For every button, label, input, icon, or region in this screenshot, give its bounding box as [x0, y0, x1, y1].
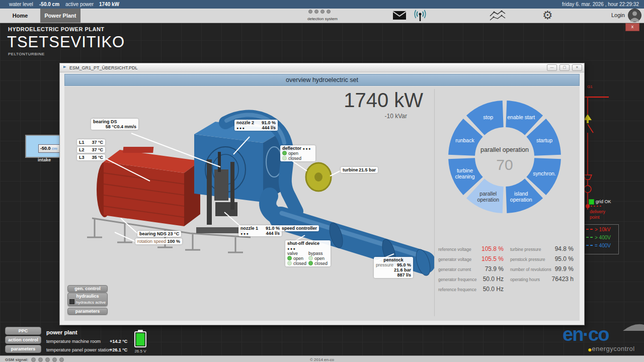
parameters-button-bottom[interactable]: parameters: [5, 345, 41, 353]
bypass-closed-led: [308, 261, 313, 265]
top-info-bar: water level -50.0 cm active power 1740 k…: [0, 0, 644, 9]
table-row: number of revolutions99.9 %: [510, 265, 574, 272]
deflector-label: deflector ●●● open closed: [280, 145, 315, 161]
divider: [434, 89, 435, 316]
pie-segment-label: turbinecleaning: [455, 167, 474, 179]
generator-body: [97, 147, 200, 226]
window-content: 1740 kW -10 kVar parallel operation 70 e…: [64, 86, 580, 321]
turbine-type-label: PELTONTURBINE: [8, 52, 45, 56]
reactive-power-display: -10 kVar: [323, 113, 407, 120]
scada-screen: water level -50.0 cm active power 1740 k…: [0, 0, 644, 362]
intake-value: -50.0: [39, 146, 51, 151]
close-page-button[interactable]: x: [625, 23, 639, 31]
battery-icon: [134, 330, 147, 348]
deflector-status-dots: ●●●: [303, 147, 311, 150]
bypass-open-led: [308, 256, 313, 260]
speed-controller-label: speed controller: [280, 225, 319, 231]
table-row: penstock pressure95.0 %: [510, 255, 574, 262]
operation-mode-pie-menu: parallel operation 70 enable startstartu…: [442, 98, 569, 219]
tab-home[interactable]: Home: [0, 9, 41, 23]
grid-ok-led: [589, 199, 594, 205]
pie-segment-label: runback: [455, 137, 474, 143]
ppc-button[interactable]: PPC: [5, 327, 41, 335]
legend-dash-400v-ac: [586, 237, 593, 238]
water-level-label: water level: [9, 0, 33, 9]
mail-icon[interactable]: [392, 11, 407, 20]
gsm-dot: [38, 357, 43, 362]
deflector-closed-led: [282, 156, 287, 160]
window-titlebar[interactable]: ESM_GR1_PT_ÜBERSICHT.PDL — ▢ ✕: [60, 63, 584, 72]
logo-swoosh: [623, 322, 644, 331]
gsm-dot: [52, 357, 57, 362]
gen-control-button[interactable]: gen. control: [67, 285, 108, 292]
active-power-value: 1740 kW: [99, 0, 119, 9]
table-row: reference voltage105.8 %: [438, 245, 504, 252]
nozzle1-status-dots: ●●●: [240, 232, 249, 235]
valve-open-led: [287, 256, 292, 260]
legend-dash-10kv: [586, 229, 593, 230]
process-window: ESM_GR1_PT_ÜBERSICHT.PDL — ▢ ✕ overview …: [59, 63, 585, 325]
pie-segment-label: synchron.: [533, 170, 556, 176]
window-header: overview hydroelectric set: [64, 74, 580, 86]
window-close-button[interactable]: ✕: [572, 64, 582, 71]
antenna-icon[interactable]: [414, 9, 427, 22]
table-row: generator current73.9 %: [438, 265, 504, 272]
plant-name-title: TSETSEVITIKO: [7, 33, 125, 51]
logo-subtext: ●energycontrol: [588, 344, 635, 353]
pie-segment-label: enable start: [507, 114, 535, 120]
intake-level-display: -50.0 cm: [25, 135, 60, 158]
datetime: friday 6. mar. 2026 , hour 22:29:32: [562, 0, 639, 9]
table-row: generator frequence50.0 Hz: [438, 276, 504, 282]
active-power-label: active power: [65, 0, 94, 9]
parameters-button-window[interactable]: parameters: [67, 308, 108, 315]
pie-segment-label: paralleloperation: [477, 191, 499, 203]
pie-center-value: 70: [496, 156, 513, 173]
table-row: generator voltage105.5 %: [438, 255, 504, 262]
nozzle2-status-dots: ●●●: [236, 126, 245, 130]
valve-closed-led: [287, 261, 292, 265]
penstock-label: penstock pressure 95.0 % 21.6 bar 887 l/…: [374, 257, 413, 278]
action-control-button[interactable]: action control: [5, 336, 41, 344]
temp-machine-room-value: +14.2 °C: [110, 339, 127, 344]
delivery-point-label: delivery point: [590, 209, 605, 220]
temp-panel-label: temperature panel power station: [46, 347, 111, 352]
gear-icon[interactable]: ⚙: [542, 9, 553, 22]
water-level-value: -50.0 cm: [39, 0, 59, 9]
active-power-display: 1740 kW: [323, 89, 423, 112]
maximize-button[interactable]: ▢: [559, 64, 570, 71]
nozzle1-label: nozzle 1 91.0 % ●●● 444 l/s: [238, 225, 282, 236]
window-icon: [62, 65, 67, 70]
plant-type-title: HYDROELECTRIC POWER PLANT: [8, 26, 105, 32]
hydraulics-active-checkbox[interactable]: [69, 299, 74, 304]
hydraulics-button[interactable]: hydraulics hydraulics active: [67, 293, 108, 306]
trend-icon[interactable]: [489, 10, 506, 21]
nozzle2-label: nozzle 2 91.0 % ●●● 444 l/s: [234, 120, 278, 131]
gsm-dot: [45, 357, 50, 362]
shutoff-status-dots: ●●●: [287, 247, 296, 250]
intake-unit: cm: [52, 146, 57, 151]
pie-segment-label: startup: [536, 137, 552, 143]
login-label[interactable]: Login: [611, 12, 625, 18]
intake-label: intake: [29, 157, 59, 162]
voltage-legend: > 10kV > 400V = 400V: [583, 224, 619, 254]
table-row: operating hours76423 h: [510, 276, 574, 282]
flywheel: [306, 163, 331, 191]
gsm-dot: [31, 357, 36, 362]
avatar[interactable]: [628, 9, 641, 22]
pie-center-label: parallel operation: [480, 146, 529, 153]
table-row: reference frequence50.0 Hz: [438, 286, 504, 292]
logo-text: en·co: [562, 324, 608, 345]
gsm-signal-label: GSM signal:: [5, 357, 28, 362]
detection-system-label: detection system: [301, 17, 344, 21]
tab-power-plant[interactable]: Power Plant: [40, 9, 80, 23]
copyright: © 2014 en-co: [302, 357, 342, 362]
status-bar: GSM signal: © 2014 en-co: [0, 355, 644, 362]
bearing-ds-label: bearing DS 0.4 mm/s 58 °C: [91, 119, 138, 130]
pie-segment-label: stop: [483, 114, 493, 120]
temp-panel-value: +26.1 °C: [110, 347, 127, 352]
window-title: ESM_GR1_PT_ÜBERSICHT.PDL: [69, 65, 138, 70]
minimize-button[interactable]: —: [547, 64, 557, 71]
grid-ok-label: grid OK: [596, 199, 611, 204]
deflector-open-led: [282, 151, 287, 155]
turbine-pressure-label: turbine 21.5 bar: [341, 167, 378, 173]
